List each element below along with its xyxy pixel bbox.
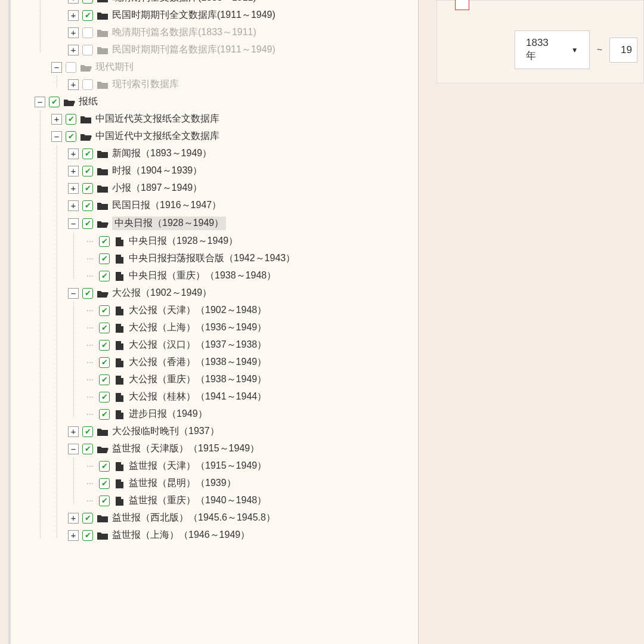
node-label[interactable]: 中央日报（1928～1949） — [112, 216, 226, 230]
node-label[interactable]: 新闻报（1893～1949） — [112, 147, 212, 160]
checkbox[interactable] — [99, 461, 110, 472]
node-label[interactable]: 中国近代英文报纸全文数据库 — [95, 113, 219, 125]
folder-open-icon — [97, 444, 109, 454]
expand-toggle[interactable]: + — [68, 79, 79, 90]
checkbox[interactable] — [99, 253, 110, 264]
expand-toggle[interactable]: + — [68, 530, 79, 541]
year-to-select[interactable]: 19 — [609, 38, 637, 63]
checkbox[interactable] — [99, 409, 110, 420]
node-label[interactable]: 中国近代中文报纸全文数据库 — [95, 130, 219, 143]
node-label[interactable]: 益世报（上海）（1946～1949） — [112, 529, 250, 541]
expand-toggle[interactable]: + — [68, 166, 79, 177]
expand-toggle[interactable]: + — [68, 0, 79, 4]
checkbox[interactable] — [82, 218, 93, 229]
expand-toggle[interactable]: + — [68, 27, 79, 38]
file-icon — [113, 237, 125, 246]
node-label[interactable]: 中央日报（1928～1949） — [129, 235, 238, 247]
checkbox[interactable] — [99, 271, 110, 281]
chevron-down-icon: ▼ — [571, 46, 578, 54]
checkbox[interactable] — [82, 288, 93, 299]
expand-toggle[interactable]: + — [68, 426, 79, 437]
node-label[interactable]: 民国时期期刊篇名数据库(1911～1949) — [112, 44, 275, 56]
file-icon — [113, 479, 125, 488]
expand-toggle[interactable]: + — [68, 45, 79, 55]
checkbox[interactable] — [99, 478, 110, 489]
remove-filter-button[interactable] — [455, 0, 469, 10]
node-label[interactable]: 中央日报扫荡报联合版（1942～1943） — [129, 252, 295, 265]
node-label[interactable]: 益世报（天津版）（1915～1949） — [112, 442, 259, 455]
checkbox[interactable] — [82, 10, 93, 21]
checkbox[interactable] — [82, 530, 93, 541]
node-label[interactable]: 益世报（天津）（1915～1949） — [129, 460, 267, 472]
checkbox[interactable] — [99, 496, 110, 506]
checkbox[interactable] — [82, 426, 93, 437]
checkbox[interactable] — [99, 392, 110, 402]
node-label[interactable]: 晚清期刊全文数据库(1833～1911) — [112, 0, 256, 4]
expand-toggle[interactable]: + — [68, 513, 79, 524]
file-icon — [113, 496, 125, 506]
checkbox[interactable] — [82, 0, 93, 4]
file-icon — [113, 340, 125, 350]
node-label[interactable]: 大公报（重庆）（1938～1949） — [129, 373, 267, 386]
node-label[interactable]: 现刊索引数据库 — [112, 78, 179, 91]
expand-toggle[interactable]: + — [68, 148, 79, 159]
expand-toggle[interactable]: + — [68, 10, 79, 21]
checkbox[interactable] — [82, 79, 93, 90]
folder-open-icon — [97, 289, 109, 298]
node-label[interactable]: 小报（1897～1949） — [112, 182, 202, 194]
collapse-toggle[interactable]: − — [68, 218, 79, 229]
collapse-toggle[interactable]: − — [51, 131, 62, 142]
folder-icon — [97, 201, 109, 210]
node-label[interactable]: 大公报（香港）（1938～1949） — [129, 356, 267, 369]
checkbox[interactable] — [82, 200, 93, 211]
node-label[interactable]: 益世报（昆明）（1939） — [129, 477, 236, 490]
node-label[interactable]: 中央日报（重庆）（1938～1948） — [129, 270, 276, 282]
node-label[interactable]: 大公报（1902～1949） — [112, 287, 212, 299]
expand-toggle[interactable]: + — [68, 200, 79, 211]
checkbox[interactable] — [66, 131, 76, 142]
node-label[interactable]: 益世报（西北版）（1945.6～1945.8） — [112, 512, 275, 524]
node-label[interactable]: 大公报临时晚刊（1937） — [112, 425, 219, 438]
collapse-toggle[interactable]: − — [68, 288, 79, 299]
node-label[interactable]: 现代期刊 — [95, 61, 134, 73]
node-label[interactable]: 进步日报（1949） — [129, 408, 208, 420]
checkbox[interactable] — [82, 27, 93, 38]
checkbox[interactable] — [49, 97, 60, 107]
node-label[interactable]: 晚清期刊篇名数据库(1833～1911) — [112, 26, 256, 39]
expand-toggle[interactable]: + — [51, 114, 62, 125]
checkbox[interactable] — [82, 444, 93, 454]
node-label[interactable]: 大公报（天津）（1902～1948） — [129, 304, 267, 317]
year-range-container: 1833年 ▼ ~ 19 — [436, 0, 644, 83]
expand-toggle[interactable]: + — [68, 183, 79, 194]
checkbox[interactable] — [82, 148, 93, 159]
checkbox[interactable] — [82, 166, 93, 177]
checkbox[interactable] — [66, 114, 76, 125]
node-label[interactable]: 时报（1904～1939） — [112, 165, 202, 177]
checkbox[interactable] — [82, 45, 93, 55]
node-label[interactable]: 民国时期期刊全文数据库(1911～1949) — [112, 9, 275, 21]
checkbox[interactable] — [99, 340, 110, 351]
checkbox[interactable] — [99, 357, 110, 368]
folder-open-icon — [80, 63, 92, 72]
node-label[interactable]: 大公报（上海）（1936～1949） — [129, 321, 267, 334]
folder-open-icon — [97, 219, 109, 228]
collapse-toggle[interactable]: − — [35, 97, 45, 107]
checkbox[interactable] — [66, 62, 76, 73]
checkbox[interactable] — [99, 305, 110, 316]
collapse-toggle[interactable]: − — [68, 444, 79, 454]
folder-icon — [97, 184, 109, 193]
checkbox[interactable] — [99, 236, 110, 247]
node-label[interactable]: 民国日报（1916～1947） — [112, 199, 221, 212]
checkbox[interactable] — [99, 374, 110, 385]
checkbox[interactable] — [82, 183, 93, 194]
node-label[interactable]: 大公报（桂林）（1941～1944） — [129, 391, 267, 403]
file-icon — [113, 306, 125, 315]
checkbox[interactable] — [99, 323, 110, 333]
file-icon — [113, 323, 125, 333]
collapse-toggle[interactable]: − — [51, 62, 62, 73]
node-label[interactable]: 报纸 — [79, 95, 98, 108]
year-from-select[interactable]: 1833年 ▼ — [515, 30, 590, 69]
node-label[interactable]: 益世报（重庆）（1940～1948） — [129, 494, 267, 507]
node-label[interactable]: 大公报（汉口）（1937～1938） — [129, 339, 267, 351]
checkbox[interactable] — [82, 513, 93, 524]
